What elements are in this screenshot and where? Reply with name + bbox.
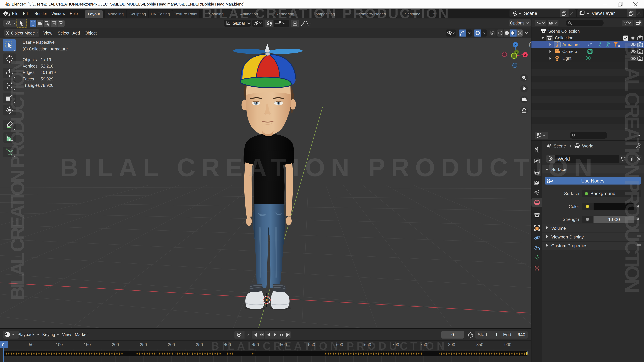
svg-text:Z: Z [514,43,516,47]
svg-text:Y: Y [516,50,518,54]
svg-text:16: 16 [618,44,620,47]
svg-text:X: X [524,53,526,57]
